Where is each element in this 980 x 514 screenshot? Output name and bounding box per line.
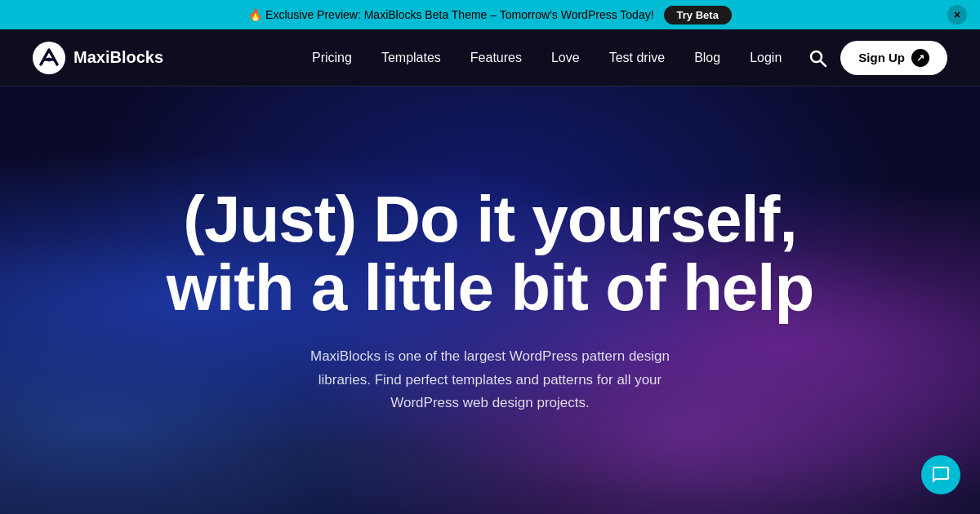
search-icon [808,48,827,68]
hero-subtitle: MaxiBlocks is one of the largest WordPre… [286,345,694,416]
banner-message: Exclusive Preview: MaxiBlocks Beta Theme… [265,8,653,21]
svg-point-1 [47,57,51,61]
signup-arrow-icon: ↗ [911,49,929,67]
nav-link-templates[interactable]: Templates [381,51,441,65]
nav-link-blog[interactable]: Blog [694,51,720,65]
nav-link-login[interactable]: Login [750,51,782,65]
logo-text: MaxiBlocks [74,48,163,67]
hero-title-line1: (Just) Do it yourself, [183,183,796,255]
banner-text: 🔥Exclusive Preview: MaxiBlocks Beta Them… [248,8,653,21]
svg-line-3 [821,60,826,66]
chat-button[interactable] [921,455,960,494]
search-button[interactable] [808,48,827,68]
logo-icon [33,42,65,74]
nav-link-features[interactable]: Features [470,51,522,65]
navbar: MaxiBlocks Pricing Templates Features Lo… [0,29,980,86]
hero-content: (Just) Do it yourself, with a little bit… [134,185,847,416]
nav-link-testdrive[interactable]: Test drive [609,51,665,65]
hero-section: (Just) Do it yourself, with a little bit… [0,86,980,514]
nav-links: Pricing Templates Features Love Test dri… [312,51,782,65]
hero-title-line2: with a little bit of help [167,251,814,324]
signup-label: Sign Up [858,51,905,64]
signup-button[interactable]: Sign Up ↗ [840,41,947,75]
fire-emoji: 🔥 [248,8,262,21]
announcement-banner: 🔥Exclusive Preview: MaxiBlocks Beta Them… [0,0,980,29]
nav-link-pricing[interactable]: Pricing [312,51,352,65]
chat-icon [931,465,951,485]
nav-link-love[interactable]: Love [551,51,580,65]
banner-close-button[interactable]: × [947,5,967,24]
nav-actions: Sign Up ↗ [808,41,947,75]
logo[interactable]: MaxiBlocks [33,42,163,74]
hero-title: (Just) Do it yourself, with a little bit… [167,185,814,322]
try-beta-button[interactable]: Try Beta [664,6,732,24]
